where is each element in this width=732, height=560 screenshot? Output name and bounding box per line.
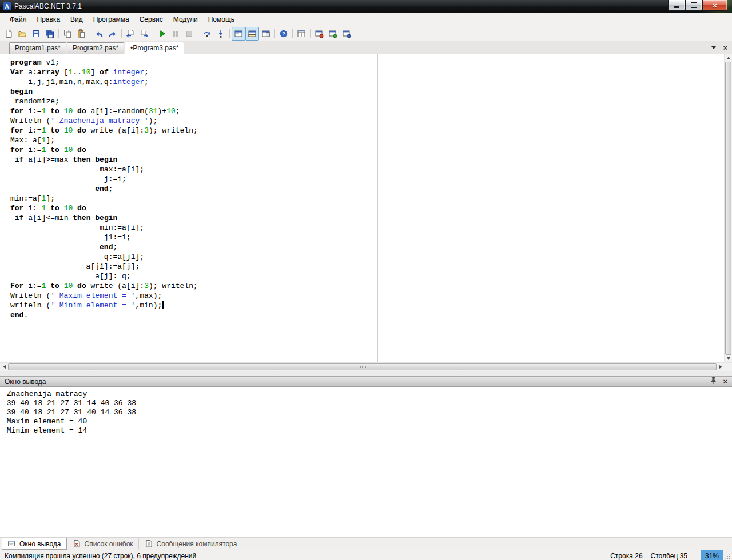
- arrow-left-icon: [3, 365, 6, 369]
- redo-icon: [108, 29, 117, 38]
- horizontal-scroll-thumb[interactable]: [8, 363, 717, 370]
- code-line: min:=a[1];: [10, 194, 725, 203]
- scroll-right-button[interactable]: [717, 363, 725, 371]
- code-line: end;: [10, 184, 725, 194]
- app-window: { "window": { "title": "PascalABC.NET 3.…: [0, 0, 732, 560]
- code-line: j:=i;: [10, 174, 725, 184]
- arrow-right-icon: [719, 365, 722, 369]
- toolbar-step-into-button[interactable]: [214, 27, 228, 41]
- scroll-left-button[interactable]: [0, 363, 8, 371]
- toolbar-run-button[interactable]: [155, 27, 169, 41]
- toolbar-open-file-button[interactable]: [15, 27, 29, 41]
- output-window-content: Znachenija matracy 39 40 18 21 27 31 14 …: [0, 387, 732, 537]
- tab-program1[interactable]: Program1.pas*: [9, 42, 66, 54]
- stop-icon: [185, 29, 194, 38]
- toggle-debug-window-icon: [261, 29, 270, 38]
- svg-text:A: A: [5, 3, 9, 10]
- toolbar-redo-button[interactable]: [106, 27, 120, 41]
- step-over-icon: [202, 29, 212, 38]
- chevron-down-icon: [711, 46, 716, 49]
- menu-item-file[interactable]: Файл: [5, 14, 32, 25]
- bottom-tab-errors[interactable]: Список ошибок: [67, 538, 139, 550]
- menu-item-program[interactable]: Программа: [88, 14, 134, 25]
- code-line: program v1;: [10, 58, 725, 67]
- status-message: Компиляция прошла успешно (27 строк), 6 …: [5, 552, 196, 560]
- scroll-up-button[interactable]: [725, 54, 732, 62]
- editor-guide-line: [377, 54, 378, 362]
- toolbar-toggle-output-window-button[interactable]: [245, 27, 259, 41]
- toolbar-save-button[interactable]: [29, 27, 43, 41]
- window-controls: ×: [668, 0, 727, 11]
- code-area[interactable]: program v1;Var a:array [1..10] of intege…: [0, 54, 725, 362]
- output-line: Minim element = 14: [2, 426, 732, 435]
- toolbar-undo-button[interactable]: [92, 27, 106, 41]
- pin-icon[interactable]: [710, 377, 717, 386]
- tab-list-dropdown-button[interactable]: [711, 46, 716, 49]
- text-caret: [162, 301, 164, 309]
- bottom-tab-messages[interactable]: Сообщения компилятора: [139, 538, 243, 550]
- output-line: Maxim element = 40: [2, 417, 732, 426]
- menu-item-service[interactable]: Сервис: [134, 14, 168, 25]
- toolbar-save-all-button[interactable]: [43, 27, 57, 41]
- toolbar-separator: [198, 29, 198, 38]
- resize-grip[interactable]: [725, 554, 730, 559]
- toolbar-toggle-debug-window-button[interactable]: [259, 27, 273, 41]
- toolbar-modules-window-button[interactable]: [295, 27, 308, 41]
- editor-vertical-scrollbar[interactable]: [724, 54, 732, 362]
- tab-program3[interactable]: •Program3.pas*: [125, 42, 184, 54]
- maximize-button[interactable]: [685, 0, 702, 11]
- modules-window-icon: [297, 29, 306, 38]
- bottom-tab-output[interactable]: Окно вывода: [2, 538, 67, 550]
- code-line: randomize;: [10, 97, 725, 106]
- status-bar: Компиляция прошла успешно (27 строк), 6 …: [0, 550, 732, 560]
- toolbar-window-tool-2-button[interactable]: [326, 27, 340, 41]
- toolbar-separator: [292, 29, 293, 38]
- output-window-header: Окно вывода ×: [0, 376, 732, 387]
- window-tool-3-icon: [342, 29, 351, 38]
- close-button[interactable]: ×: [702, 0, 727, 11]
- code-line: begin: [10, 87, 725, 97]
- toolbar-new-file-button[interactable]: [2, 27, 15, 41]
- app-icon[interactable]: A: [3, 2, 11, 10]
- vertical-scroll-thumb[interactable]: [725, 62, 731, 355]
- menu-item-help[interactable]: Помощь: [203, 14, 240, 25]
- output-close-icon[interactable]: ×: [723, 378, 727, 385]
- code-line: for i:=1 to 10 do: [10, 203, 725, 213]
- code-editor[interactable]: program v1;Var a:array [1..10] of intege…: [0, 54, 732, 362]
- document-close-button[interactable]: ×: [723, 45, 727, 51]
- code-line: if a[i]<=min then begin: [10, 213, 725, 223]
- zoom-indicator[interactable]: 31%: [701, 550, 723, 560]
- minimize-button[interactable]: [668, 0, 685, 11]
- toolbar-help-button[interactable]: ?: [277, 27, 291, 41]
- toolbar-nav-forward-button[interactable]: [137, 27, 151, 41]
- scroll-down-button[interactable]: [725, 355, 732, 362]
- toolbar-window-tool-1-button[interactable]: [312, 27, 326, 41]
- toolbar-paste-button[interactable]: [74, 27, 88, 41]
- toolbar-separator: [58, 29, 59, 38]
- editor-horizontal-scrollbar[interactable]: [0, 362, 732, 371]
- undo-icon: [94, 29, 104, 38]
- output-splitter[interactable]: [0, 371, 732, 376]
- toolbar-window-tool-3-button[interactable]: [340, 27, 353, 41]
- toolbar-step-over-button[interactable]: [200, 27, 214, 41]
- errors-tab-icon: [73, 539, 82, 549]
- bottom-tab-label: Окно вывода: [19, 540, 61, 548]
- code-line: Max:=a[1];: [10, 135, 725, 145]
- bottom-tab-bar: Окно выводаСписок ошибокСообщения компил…: [0, 537, 732, 550]
- toolbar-toggle-io-window-button[interactable]: [232, 27, 245, 41]
- toolbar-copy-button[interactable]: [61, 27, 74, 41]
- menu-item-view[interactable]: Вид: [65, 14, 88, 25]
- toggle-output-window-icon: [248, 29, 257, 38]
- tab-program2[interactable]: Program2.pas*: [67, 42, 124, 54]
- scrollbar-corner: [725, 363, 732, 371]
- output-tab-icon: [7, 539, 17, 549]
- pause-icon: [171, 29, 180, 38]
- menu-item-modules[interactable]: Модули: [168, 14, 203, 25]
- toolbar-separator: [310, 29, 311, 38]
- menu-item-edit[interactable]: Правка: [32, 14, 66, 25]
- code-line: j1:=i;: [10, 233, 725, 242]
- toolbar-nav-back-button[interactable]: [124, 27, 137, 41]
- code-line: i,j,j1,min,n,max,q:integer;: [10, 77, 725, 87]
- output-line: 39 40 18 21 27 31 14 40 36 38: [2, 399, 732, 408]
- step-into-icon: [216, 29, 225, 38]
